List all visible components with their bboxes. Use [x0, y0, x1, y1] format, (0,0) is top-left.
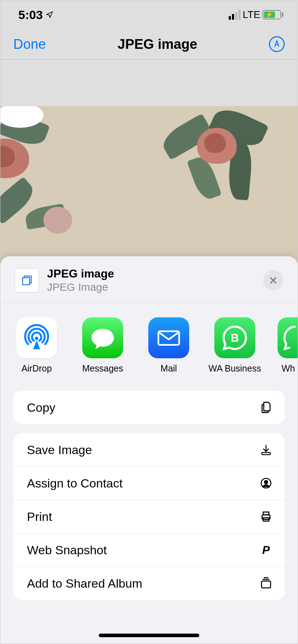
app-label: Messages — [82, 363, 123, 374]
action-web-snapshot[interactable]: Web Snapshot P — [13, 533, 285, 566]
svg-rect-1 — [23, 277, 30, 285]
home-indicator[interactable] — [99, 634, 199, 637]
action-label: Add to Shared Album — [27, 577, 142, 591]
action-group-main: Save Image Assign to Contact Print Web S… — [13, 433, 285, 600]
whatsapp-icon — [278, 317, 298, 358]
svg-point-7 — [265, 481, 268, 484]
share-item-title: JPEG image — [47, 267, 263, 280]
app-label: Mail — [160, 363, 177, 374]
location-icon — [46, 11, 53, 19]
action-add-shared-album[interactable]: Add to Shared Album — [13, 566, 285, 600]
document-stack-icon — [20, 274, 33, 287]
cellular-signal-icon — [229, 10, 241, 20]
battery-icon: ⚡ — [262, 10, 283, 19]
share-apps-row[interactable]: AirDrop Messages Mail B WA Business — [0, 303, 298, 384]
close-icon — [269, 276, 278, 285]
action-label: Assign to Contact — [27, 476, 122, 490]
messages-icon — [82, 317, 123, 358]
svg-text:B: B — [231, 332, 239, 344]
action-label: Save Image — [27, 443, 92, 457]
status-indicators: LTE ⚡ — [229, 9, 283, 20]
svg-rect-9 — [263, 512, 269, 515]
whatsapp-business-icon: B — [214, 317, 255, 358]
svg-rect-5 — [262, 453, 270, 455]
share-app-messages[interactable]: Messages — [79, 317, 126, 374]
app-label: AirDrop — [22, 363, 52, 374]
svg-point-2 — [35, 337, 38, 340]
action-label: Print — [27, 510, 52, 524]
airdrop-icon — [16, 317, 57, 358]
status-time: 5:03 — [18, 8, 53, 22]
share-app-mail[interactable]: Mail — [145, 317, 192, 374]
image-preview-area — [0, 60, 298, 264]
action-group-copy: Copy — [13, 391, 285, 424]
action-save-image[interactable]: Save Image — [13, 433, 285, 466]
close-button[interactable] — [263, 270, 283, 290]
action-assign-contact[interactable]: Assign to Contact — [13, 466, 285, 500]
copy-icon — [259, 400, 273, 415]
app-label: WA Business — [209, 363, 261, 374]
share-header: JPEG image JPEG Image — [0, 256, 298, 303]
action-copy[interactable]: Copy — [13, 391, 285, 424]
action-label: Web Snapshot — [27, 543, 107, 557]
status-bar: 5:03 LTE ⚡ — [0, 0, 298, 29]
app-label: Wh — [281, 363, 295, 374]
shared-album-icon — [259, 576, 273, 591]
share-app-airdrop[interactable]: AirDrop — [13, 317, 60, 374]
action-print[interactable]: Print — [13, 500, 285, 533]
printer-icon — [259, 509, 273, 524]
share-app-wa-business[interactable]: B WA Business — [211, 317, 258, 374]
mail-icon — [148, 317, 189, 358]
markup-button[interactable] — [269, 36, 285, 52]
share-app-whatsapp[interactable]: Wh — [278, 317, 298, 374]
share-thumbnail — [15, 268, 39, 293]
contact-icon — [259, 476, 273, 490]
preview-image[interactable] — [0, 106, 298, 264]
svg-rect-12 — [261, 581, 270, 588]
share-sheet: JPEG image JPEG Image AirDrop — [0, 256, 298, 644]
navigation-bar: Done JPEG image — [0, 29, 298, 60]
action-label: Copy — [27, 401, 55, 415]
web-snapshot-icon: P — [259, 543, 273, 557]
time-text: 5:03 — [18, 8, 43, 22]
network-label: LTE — [243, 9, 260, 20]
share-actions: Copy Save Image Assign to Contact Pr — [0, 384, 298, 600]
done-button[interactable]: Done — [13, 37, 46, 52]
share-item-subtitle: JPEG Image — [47, 281, 263, 293]
download-icon — [259, 443, 273, 457]
page-title: JPEG image — [118, 37, 197, 52]
